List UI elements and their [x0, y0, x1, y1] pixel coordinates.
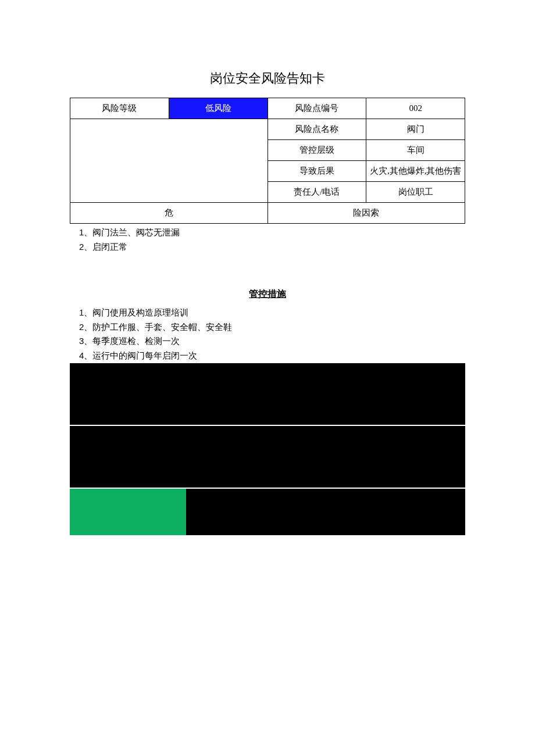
- label-consequence: 导致后果: [268, 161, 366, 182]
- list-item: 1、阀门使用及构造原理培训: [79, 306, 465, 320]
- info-table: 风险等级 低风险 风险点编号 002 风险点名称 阀门 管控层级 车间 导致后果…: [70, 98, 465, 224]
- value-responsible: 岗位职工: [366, 182, 465, 203]
- measures-list: 1、阀门使用及构造原理培训 2、防护工作服、手套、安全帽、安全鞋 3、每季度巡检…: [70, 306, 465, 362]
- list-item: 4、运行中的阀门每年启闭一次: [79, 349, 465, 363]
- label-control-level: 管控层级: [268, 140, 366, 161]
- green-block: [70, 489, 186, 535]
- list-item: 1、阀门法兰、阀芯无泄漏: [79, 226, 465, 239]
- blank-photo-area: [70, 119, 268, 203]
- list-item: 2、防护工作服、手套、安全帽、安全鞋: [79, 321, 465, 334]
- black-block: [186, 489, 465, 535]
- list-item: 2、启闭正常: [79, 241, 465, 254]
- value-risk-level: 低风险: [169, 98, 268, 119]
- value-control-level: 车间: [366, 140, 465, 161]
- hazard-header-right: 险因索: [268, 203, 465, 224]
- hazard-header-left: 危: [70, 203, 268, 224]
- black-block: [70, 426, 465, 488]
- page-title: 岗位安全风险告知卡: [70, 70, 465, 87]
- measures-title: 管控措施: [70, 288, 465, 300]
- label-risk-grade: 风险等级: [70, 98, 169, 119]
- value-consequence: 火灾,其他爆炸,其他伤害: [366, 161, 465, 182]
- value-risk-point-name: 阀门: [366, 119, 465, 140]
- graphic-blocks: [70, 363, 465, 535]
- hazard-list: 1、阀门法兰、阀芯无泄漏 2、启闭正常: [70, 226, 465, 253]
- value-risk-point-no: 002: [366, 98, 465, 119]
- label-risk-point-no: 风险点编号: [268, 98, 366, 119]
- list-item: 3、每季度巡检、检测一次: [79, 335, 465, 348]
- label-responsible: 责任人/电话: [268, 182, 366, 203]
- black-block: [70, 363, 465, 425]
- label-risk-point-name: 风险点名称: [268, 119, 366, 140]
